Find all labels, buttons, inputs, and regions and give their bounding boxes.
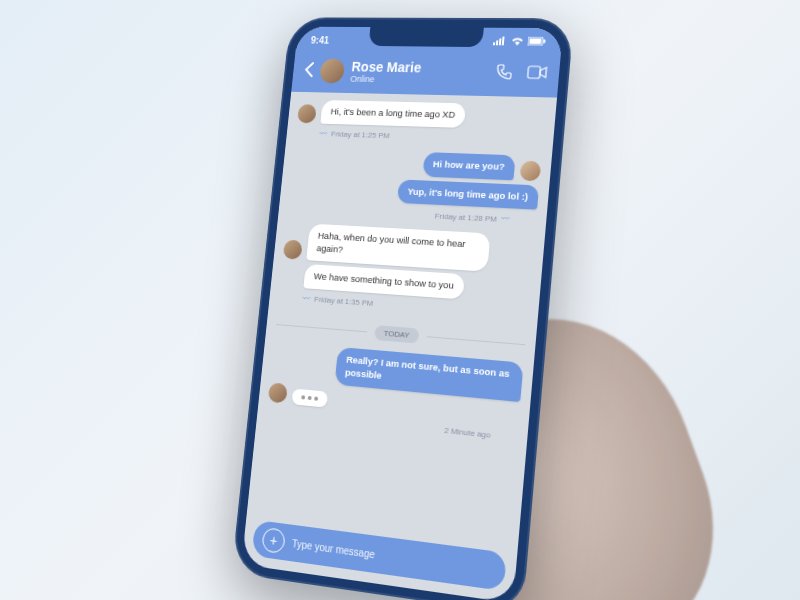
wifi-icon — [510, 36, 524, 47]
message-timestamp: 〰 Friday at 1:25 PM — [295, 128, 543, 146]
svg-rect-0 — [493, 42, 495, 45]
phone-screen: 9:41 Rose Marie Online — [241, 27, 563, 600]
add-attachment-button[interactable]: + — [261, 527, 286, 554]
date-divider-label: TODAY — [374, 325, 420, 344]
messages-list[interactable]: Hi, it's been a long time ago XD 〰 Frida… — [246, 92, 557, 554]
avatar — [519, 160, 541, 181]
signal-icon — [493, 36, 508, 47]
battery-icon — [527, 36, 546, 47]
svg-rect-1 — [496, 40, 498, 45]
avatar — [268, 382, 288, 403]
message-bubble-incoming[interactable]: Haha, when do you will come to hear agai… — [306, 224, 490, 272]
read-indicator-icon: 〰 — [500, 214, 510, 225]
message-row: Hi, it's been a long time ago XD — [297, 99, 546, 130]
message-bubble-incoming[interactable]: We have something to show to you — [303, 264, 464, 299]
typing-indicator — [291, 388, 328, 407]
voice-call-button[interactable] — [494, 63, 514, 85]
svg-rect-3 — [502, 36, 505, 45]
contact-avatar[interactable] — [319, 59, 345, 84]
read-indicator-icon: 〰 — [319, 129, 328, 139]
message-bubble-incoming[interactable]: Hi, it's been a long time ago XD — [320, 100, 466, 128]
notch — [368, 27, 483, 47]
svg-rect-6 — [543, 39, 545, 43]
read-indicator-icon: 〰 — [302, 294, 311, 304]
status-time: 9:41 — [310, 35, 329, 45]
phone-frame: 9:41 Rose Marie Online — [231, 17, 574, 600]
svg-rect-7 — [528, 66, 541, 78]
svg-rect-2 — [499, 38, 502, 45]
chat-header: Rose Marie Online — [291, 53, 560, 98]
message-bubble-outgoing[interactable]: Hi how are you? — [422, 152, 516, 180]
back-button[interactable] — [303, 61, 314, 80]
video-call-button[interactable] — [526, 65, 548, 83]
svg-rect-5 — [529, 38, 541, 44]
avatar — [283, 240, 303, 260]
avatar — [297, 104, 317, 123]
message-bubble-outgoing[interactable]: Yup, it's long time ago lol :) — [397, 179, 539, 210]
contact-status: Online — [350, 74, 487, 86]
